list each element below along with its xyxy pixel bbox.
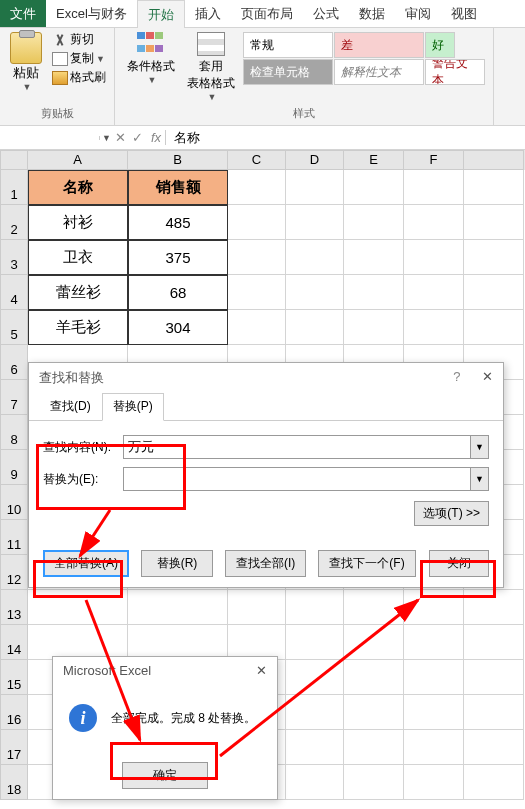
cell[interactable] <box>464 240 524 275</box>
cell[interactable]: 485 <box>128 205 228 240</box>
cell[interactable] <box>344 625 404 660</box>
tab-replace[interactable]: 替换(P) <box>102 393 164 421</box>
cell[interactable] <box>286 730 344 765</box>
cell[interactable]: 304 <box>128 310 228 345</box>
cell[interactable] <box>286 240 344 275</box>
cell[interactable] <box>404 275 464 310</box>
cell[interactable] <box>464 275 524 310</box>
tab-insert[interactable]: 插入 <box>185 0 231 27</box>
cell[interactable] <box>344 660 404 695</box>
ok-button[interactable]: 确定 <box>122 762 208 789</box>
cell[interactable] <box>464 170 524 205</box>
cell[interactable]: 名称 <box>28 170 128 205</box>
cell[interactable] <box>464 730 524 765</box>
cell[interactable] <box>286 660 344 695</box>
cancel-icon[interactable]: ✕ <box>115 130 126 145</box>
enter-icon[interactable]: ✓ <box>132 130 143 145</box>
find-input[interactable]: 万元 <box>123 435 471 459</box>
tab-formulas[interactable]: 公式 <box>303 0 349 27</box>
find-all-button[interactable]: 查找全部(I) <box>225 550 306 577</box>
cell[interactable] <box>464 695 524 730</box>
col-header-E[interactable]: E <box>344 150 404 170</box>
cell[interactable] <box>344 275 404 310</box>
col-header-B[interactable]: B <box>128 150 228 170</box>
formula-bar[interactable]: 名称 <box>166 127 525 149</box>
name-box[interactable] <box>0 136 100 140</box>
cell[interactable] <box>404 590 464 625</box>
cell[interactable] <box>286 170 344 205</box>
cell[interactable] <box>404 765 464 800</box>
tab-home[interactable]: 开始 <box>137 0 185 28</box>
cut-button[interactable]: 剪切 <box>50 30 108 49</box>
fx-icon[interactable]: fx <box>147 130 166 145</box>
cell[interactable] <box>228 625 286 660</box>
row-header[interactable]: 18 <box>0 765 28 800</box>
conditional-format-button[interactable]: 条件格式 ▼ <box>121 30 181 87</box>
cell[interactable] <box>404 205 464 240</box>
row-header[interactable]: 1 <box>0 170 28 205</box>
replace-all-button[interactable]: 全部替换(A) <box>43 550 129 577</box>
cell[interactable] <box>228 240 286 275</box>
col-header-G[interactable] <box>464 150 524 170</box>
cell[interactable] <box>344 590 404 625</box>
cell[interactable] <box>228 590 286 625</box>
cell[interactable] <box>286 310 344 345</box>
tab-view[interactable]: 视图 <box>441 0 487 27</box>
row-header[interactable]: 9 <box>0 450 28 485</box>
cell[interactable] <box>404 310 464 345</box>
cell[interactable] <box>464 660 524 695</box>
cell[interactable]: 375 <box>128 240 228 275</box>
row-header[interactable]: 7 <box>0 380 28 415</box>
cell[interactable] <box>344 695 404 730</box>
row-header[interactable]: 11 <box>0 520 28 555</box>
cell[interactable] <box>464 205 524 240</box>
cell[interactable] <box>404 625 464 660</box>
row-header[interactable]: 16 <box>0 695 28 730</box>
cell[interactable]: 68 <box>128 275 228 310</box>
cell[interactable] <box>344 205 404 240</box>
col-header-F[interactable]: F <box>404 150 464 170</box>
find-next-button[interactable]: 查找下一个(F) <box>318 550 415 577</box>
row-header[interactable]: 12 <box>0 555 28 590</box>
cell[interactable] <box>404 730 464 765</box>
row-header[interactable]: 2 <box>0 205 28 240</box>
row-header[interactable]: 15 <box>0 660 28 695</box>
cell[interactable] <box>404 660 464 695</box>
cell[interactable] <box>228 170 286 205</box>
tab-file[interactable]: 文件 <box>0 0 46 27</box>
paste-button[interactable]: 粘贴 ▼ <box>6 30 46 94</box>
row-header[interactable]: 10 <box>0 485 28 520</box>
tab-find[interactable]: 查找(D) <box>39 393 102 420</box>
row-header[interactable]: 17 <box>0 730 28 765</box>
tab-data[interactable]: 数据 <box>349 0 395 27</box>
format-painter-button[interactable]: 格式刷 <box>50 68 108 87</box>
cell[interactable] <box>228 205 286 240</box>
cell[interactable]: 销售额 <box>128 170 228 205</box>
style-bad[interactable]: 差 <box>334 32 424 58</box>
row-header[interactable]: 13 <box>0 590 28 625</box>
cell[interactable] <box>404 240 464 275</box>
cell[interactable] <box>464 765 524 800</box>
cell[interactable] <box>344 310 404 345</box>
cell[interactable] <box>286 695 344 730</box>
help-button[interactable]: ? <box>453 369 460 384</box>
cell[interactable] <box>464 590 524 625</box>
cell[interactable] <box>228 275 286 310</box>
cell[interactable] <box>344 765 404 800</box>
col-header-A[interactable]: A <box>28 150 128 170</box>
cell[interactable] <box>464 310 524 345</box>
tab-review[interactable]: 审阅 <box>395 0 441 27</box>
close-button[interactable]: 关闭 <box>429 550 489 577</box>
select-all-corner[interactable] <box>0 150 28 170</box>
copy-button[interactable]: 复制▼ <box>50 49 108 68</box>
replace-dropdown[interactable]: ▼ <box>471 467 489 491</box>
cell[interactable] <box>286 205 344 240</box>
chevron-down-icon[interactable]: ▼ <box>102 133 111 143</box>
cell[interactable] <box>228 310 286 345</box>
cell[interactable] <box>28 625 128 660</box>
cell[interactable]: 羊毛衫 <box>28 310 128 345</box>
style-good[interactable]: 好 <box>425 32 455 58</box>
format-as-table-button[interactable]: 套用 表格格式 ▼ <box>181 30 241 104</box>
cell[interactable] <box>286 275 344 310</box>
row-header[interactable]: 5 <box>0 310 28 345</box>
